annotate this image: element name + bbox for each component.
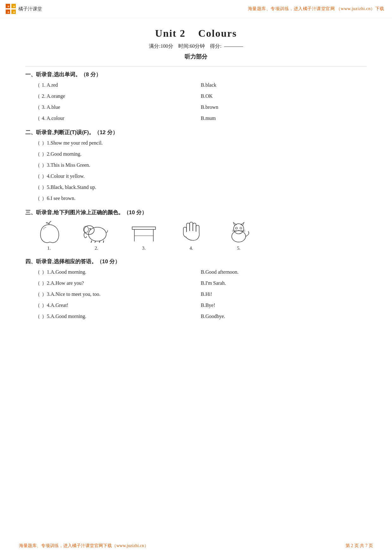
table-row: （ 2. A.orange B.OK <box>25 93 367 100</box>
q-text: ）4.A.Great! <box>42 302 201 309</box>
q-option-b: B.Bye! <box>201 302 367 308</box>
q-text: ）4.Colour it yellow. <box>42 173 367 180</box>
section-3: 三、听录音,给下列图片涂上正确的颜色。（10 分） 1. <box>25 209 367 251</box>
q-text: 3. A.blue <box>42 104 201 110</box>
q-bracket: （ <box>35 291 40 298</box>
q-text: ）5.Black, black.Stand up. <box>42 184 367 191</box>
q-bracket: （ <box>35 82 40 89</box>
table-row: （ ）1.A.Good morning. B.Good afternoon. <box>25 269 367 276</box>
time-info: 时间:60分钟 <box>178 43 205 49</box>
q-option-b: B.Goodbye. <box>201 314 367 319</box>
elephant-icon <box>82 220 111 244</box>
table-row: （ 4. A.colour B.mum <box>25 115 367 122</box>
list-item: 4. <box>177 220 205 251</box>
q-bracket: （ <box>35 151 40 158</box>
q-bracket: （ <box>35 162 40 169</box>
main-content: Unit 2 Colours 满分:100分 时间:60分钟 得分: 听力部分 … <box>0 18 392 346</box>
page-title: Unit 2 Colours <box>155 28 237 39</box>
page-footer: 海量题库、专项训练，进入橘子汁课堂官网下载（www.juzizhi.cn） 第 … <box>0 543 392 549</box>
section-4: 四、听录音,选择相应的答语。（10 分） （ ）1.A.Good morning… <box>25 258 367 320</box>
table-row: （ ）4.Colour it yellow. <box>25 173 367 180</box>
q-bracket: （ <box>35 280 40 287</box>
svg-rect-6 <box>13 6 15 7</box>
table-row: （ ）1.Show me your red pencil. <box>25 140 367 147</box>
list-item: 3. <box>130 220 158 251</box>
img-label: 4. <box>189 246 193 251</box>
apple-icon <box>35 220 63 244</box>
list-item: 5. <box>224 220 253 251</box>
table-icon <box>130 220 158 244</box>
svg-line-24 <box>232 230 236 231</box>
table-row: （ ）2.Good morning. <box>25 151 367 158</box>
cat-icon <box>224 220 253 244</box>
hand-icon <box>177 220 205 244</box>
q-option-b: B.OK <box>201 93 367 99</box>
svg-rect-7 <box>13 11 15 13</box>
table-row: （ ）2.A.How are you? B.I'm Sarah. <box>25 280 367 287</box>
page-title-area: Unit 2 Colours <box>25 28 367 39</box>
q-bracket: （ <box>35 195 40 202</box>
q-option-b: B.mum <box>201 115 367 121</box>
table-row: （ ）5.Black, black.Stand up. <box>25 184 367 191</box>
table-row: （ ）3.A.Nice to meet you, too. B.Hi! <box>25 291 367 298</box>
q-option-b: B.black <box>201 82 367 88</box>
q-bracket: （ <box>35 140 40 147</box>
divider-top <box>25 66 367 66</box>
unit-label: Unit 2 <box>155 28 186 39</box>
table-row: （ ）5.A.Good morning. B.Goodbye. <box>25 313 367 320</box>
q-bracket: （ <box>35 302 40 309</box>
svg-point-11 <box>89 228 91 229</box>
section-1-title: 一、听录音,选出单词。（8 分） <box>25 71 367 78</box>
svg-point-9 <box>84 226 94 234</box>
q-bracket: （ <box>35 104 40 111</box>
section-1: 一、听录音,选出单词。（8 分） （ 1. A.red B.black （ 2.… <box>25 71 367 122</box>
q-option-b: B.Good afternoon. <box>201 269 367 275</box>
img-label: 3. <box>142 246 145 251</box>
svg-point-23 <box>240 227 242 229</box>
img-label: 5. <box>237 246 240 251</box>
svg-rect-4 <box>8 6 9 7</box>
footer-left: 海量题库、专项训练，进入橘子汁课堂官网下载（www.juzizhi.cn） <box>19 543 149 549</box>
q-bracket: （ <box>35 269 40 276</box>
logo-area: 橘子汁课堂 <box>5 3 42 15</box>
q-bracket: （ <box>35 115 40 122</box>
table-row: （ 3. A.blue B.brown <box>25 104 367 111</box>
header-slogan: 海量题库、专项训练，进入橘子汁课堂官网 （www.juzizhi.cn）下载 <box>248 6 384 12</box>
q-text: 4. A.colour <box>42 115 201 121</box>
images-row: 1. <box>25 220 367 251</box>
score-info: 满分:100分 时间:60分钟 得分: <box>25 43 367 50</box>
svg-rect-16 <box>132 227 156 229</box>
logo-icon <box>5 3 16 15</box>
table-row: （ ）6.I see brown. <box>25 195 367 202</box>
table-row: （ ）3.This is Miss Green. <box>25 162 367 169</box>
q-text: 1. A.red <box>42 82 201 88</box>
svg-line-14 <box>99 241 100 243</box>
q-text: ）2.Good morning. <box>42 151 367 158</box>
q-option-b: B.brown <box>201 104 367 110</box>
score-label: 得分: <box>210 43 221 49</box>
table-row: （ 1. A.red B.black <box>25 82 367 89</box>
q-bracket: （ <box>35 93 40 100</box>
q-bracket: （ <box>35 313 40 320</box>
q-text: ）2.A.How are you? <box>42 280 201 287</box>
svg-rect-5 <box>8 11 9 13</box>
q-text: ）3.A.Nice to meet you, too. <box>42 291 201 298</box>
section-3-title: 三、听录音,给下列图片涂上正确的颜色。（10 分） <box>25 209 367 216</box>
q-bracket: （ <box>35 173 40 180</box>
q-text: 2. A.orange <box>42 93 201 99</box>
svg-line-13 <box>95 241 95 243</box>
q-option-b: B.Hi! <box>201 291 367 297</box>
svg-line-26 <box>241 230 245 231</box>
q-text: ）3.This is Miss Green. <box>42 162 367 169</box>
section-2-title: 二、听录音,判断正(T)误(F)。（12 分） <box>25 129 367 136</box>
section-2: 二、听录音,判断正(T)误(F)。（12 分） （ ）1.Show me you… <box>25 129 367 202</box>
table-row: （ ）4.A.Great! B.Bye! <box>25 302 367 309</box>
full-score: 满分:100分 <box>149 43 173 49</box>
svg-line-12 <box>91 240 92 243</box>
section-4-title: 四、听录音,选择相应的答语。（10 分） <box>25 258 367 265</box>
q-text: ）6.I see brown. <box>42 195 367 202</box>
footer-right: 第 2 页 共 7 页 <box>346 543 373 549</box>
logo-text: 橘子汁课堂 <box>18 6 42 12</box>
footer-inner: 海量题库、专项训练，进入橘子汁课堂官网下载（www.juzizhi.cn） 第 … <box>0 543 392 549</box>
score-blank <box>224 47 243 47</box>
